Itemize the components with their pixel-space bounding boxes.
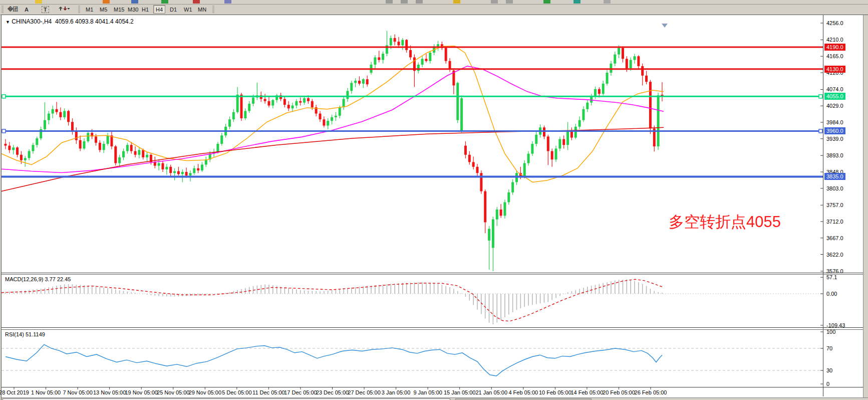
- text-label-button[interactable]: T: [39, 5, 52, 14]
- timeframe-w1[interactable]: W1: [181, 5, 195, 14]
- price-tick-label: 3667.0: [826, 235, 843, 241]
- pane-splitter-macd[interactable]: [2, 273, 863, 273]
- price-level-badge: 3835.0: [824, 173, 845, 180]
- macd-tick-label: 0.00: [826, 291, 837, 297]
- date-tick-label: 26 Feb 05:00: [635, 389, 667, 395]
- clipped-toolbar-icon: [416, 0, 423, 4]
- symbol-dropdown-icon[interactable]: ▼: [6, 20, 10, 25]
- time-axis-border: [2, 387, 863, 387]
- pane-splitter-rsi[interactable]: [2, 327, 863, 328]
- date-tick-label: 11 Dec 05:00: [252, 389, 285, 395]
- date-tick-label: 5 Dec 05:00: [222, 389, 251, 395]
- rsi-tick-label: 30: [826, 367, 832, 373]
- timeframe-m15[interactable]: M15: [111, 5, 127, 14]
- pane-splitter-rsi-2: [2, 329, 863, 330]
- rsi-tick-label: 70: [826, 345, 832, 351]
- arrows-tool-button[interactable]: [58, 5, 75, 14]
- clipped-toolbar-icon: [543, 0, 550, 4]
- macd-tick-label: -109.43: [826, 322, 845, 328]
- clipped-toolbar-icon: [386, 0, 393, 4]
- date-tick-label: 7 Nov 05:00: [63, 389, 92, 395]
- window-right-strip: [863, 15, 868, 400]
- price-tick-label: 4029.0: [826, 103, 843, 109]
- date-tick-label: 21 Jan 05:00: [475, 389, 507, 395]
- price-tick-label: 3576.0: [826, 268, 843, 274]
- price-level-badge: 4190.0: [824, 44, 845, 51]
- price-tick-label: 3803.0: [826, 185, 843, 191]
- price-tick-label: 3893.0: [826, 152, 843, 158]
- timeframe-m5[interactable]: M5: [97, 5, 110, 14]
- price-tick-label: 3757.0: [826, 202, 843, 208]
- chart-canvas: [2, 15, 863, 400]
- date-tick-label: 23 Dec 05:00: [316, 389, 349, 395]
- chart-window[interactable]: ▼ CHINA300-,H4 4059.6 4093.8 4041.4 4054…: [1, 15, 868, 400]
- quote-ohlc: 4059.6 4093.8 4041.4 4054.2: [55, 18, 134, 25]
- rsi-tick-label: 0: [826, 381, 829, 387]
- pane-splitter-macd-2: [2, 274, 863, 275]
- price-tick-label: 3939.0: [826, 136, 843, 142]
- clipped-toolbar-icon: [224, 0, 231, 4]
- clipped-toolbar-icon: [604, 0, 611, 4]
- date-tick-label: 15 Jan 05:00: [444, 389, 476, 395]
- date-tick-label: 9 Jan 05:00: [413, 389, 442, 395]
- price-tick-label: 3712.0: [826, 219, 843, 225]
- symbol-ohlc-line: ▼ CHINA300-,H4 4059.6 4093.8 4041.4 4054…: [6, 18, 134, 25]
- toolbar-grip[interactable]: [2, 6, 4, 14]
- rsi-tick-label: 100: [826, 329, 835, 335]
- clipped-toolbar-icon: [506, 0, 513, 4]
- toolbar-grip-3: [212, 6, 214, 14]
- price-tick-label: 4256.0: [826, 20, 843, 26]
- timeframe-h1[interactable]: H1: [139, 5, 151, 14]
- font-a-button[interactable]: A: [21, 5, 32, 14]
- date-tick-label: 3 Jan 05:00: [382, 389, 411, 395]
- toolbar: �团 A T M1M5M15M30H1H4D1W1MN: [0, 5, 868, 15]
- date-tick-label: 17 Dec 05:00: [284, 389, 317, 395]
- clipped-toolbar-icon: [161, 0, 168, 4]
- clipped-toolbar-icon: [193, 0, 200, 4]
- date-tick-label: 29 Nov 05:00: [189, 389, 221, 395]
- date-tick-label: 19 Nov 05:00: [125, 389, 157, 395]
- date-tick-label: 1 Nov 05:00: [31, 389, 61, 395]
- toolbar-grip-2[interactable]: [78, 6, 80, 14]
- chart-annotation-text[interactable]: 多空转折点4055: [669, 212, 781, 233]
- mt4-window: �团 A T M1M5M15M30H1H4D1W1MN ▼ CHINA300-,…: [0, 0, 868, 400]
- clipped-toolbar-icon: [131, 0, 138, 4]
- timeframe-mn[interactable]: MN: [195, 5, 209, 14]
- timeframe-h4[interactable]: H4: [153, 5, 165, 14]
- clipped-toolbar-icon: [401, 0, 408, 4]
- timeframe-d1[interactable]: D1: [167, 5, 179, 14]
- price-level-badge: 3960.0: [824, 127, 845, 134]
- date-tick-label: 14 Feb 05:00: [570, 389, 603, 395]
- date-tick-label: 13 Nov 05:00: [93, 389, 126, 395]
- macd-label: MACD(12,26,9) 3.77 22.45: [5, 276, 71, 282]
- timeframe-m30[interactable]: M30: [125, 5, 141, 14]
- price-level-badge: 4130.0: [824, 66, 845, 73]
- date-tick-label: 28 Oct 2019: [0, 389, 29, 395]
- price-tick-label: 3984.0: [826, 119, 843, 125]
- price-tick-label: 4165.0: [826, 53, 843, 59]
- swap-arrows-icon: [59, 6, 70, 12]
- upper-toolbar-clipped: [0, 0, 868, 5]
- clipped-toolbar-icon: [35, 0, 42, 4]
- price-axis-border: [823, 15, 823, 396]
- symbol-label: CHINA300-,H4: [12, 18, 52, 25]
- price-level-badge: 4055.0: [824, 93, 845, 100]
- price-tick-label: 4074.0: [826, 86, 843, 92]
- clipped-toolbar-icon: [491, 0, 498, 4]
- clipped-toolbar-icon: [453, 0, 460, 4]
- date-tick-label: 4 Feb 05:00: [508, 389, 538, 395]
- macd-tick-label: 57.1: [826, 274, 837, 280]
- crosshair-grid-icon[interactable]: �团: [5, 5, 20, 14]
- date-tick-label: 20 Feb 05:00: [603, 389, 635, 395]
- price-tick-label: 3622.0: [826, 252, 843, 258]
- timeframe-m1[interactable]: M1: [83, 5, 96, 14]
- bottom-tabbar-clipped: [2, 397, 868, 400]
- date-tick-label: 27 Dec 05:00: [348, 389, 380, 395]
- clipped-toolbar-icon: [103, 0, 110, 4]
- date-tick-label: 25 Nov 05:00: [157, 389, 189, 395]
- rsi-label: RSI(14) 51.1149: [5, 331, 45, 337]
- date-tick-label: 10 Feb 05:00: [539, 389, 571, 395]
- clipped-toolbar-icon: [573, 0, 581, 4]
- price-tick-label: 4210.0: [826, 37, 843, 43]
